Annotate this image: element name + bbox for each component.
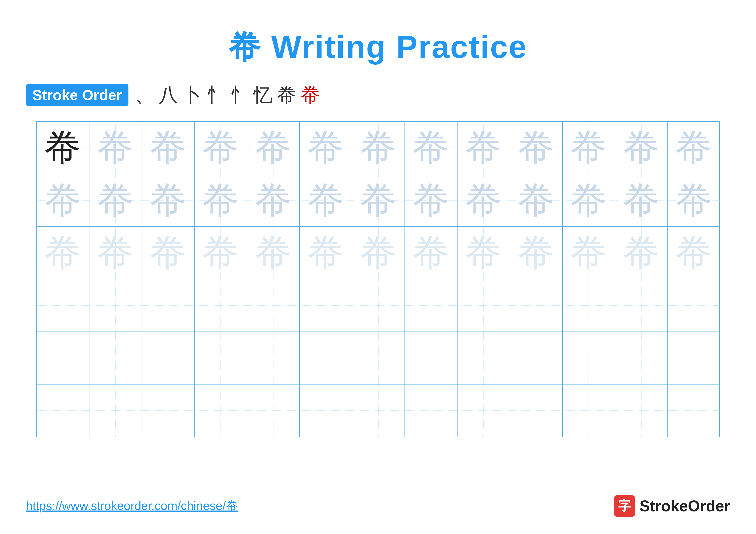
grid-cell-r2-c5[interactable]: 帣 [247,174,300,227]
grid-cell-r3-c5[interactable]: 帣 [247,227,300,279]
char-lighter: 帣 [518,235,554,271]
grid-cell-r3-c2[interactable]: 帣 [89,227,142,279]
grid-cell-r4-c5[interactable] [247,279,300,332]
grid-cell-r5-c12[interactable] [615,332,668,384]
grid-cell-r1-c13[interactable]: 帣 [668,121,720,174]
char-light1: 帣 [413,129,449,166]
char-light1: 帣 [676,129,712,166]
grid-cell-r1-c3[interactable]: 帣 [142,121,194,174]
grid-cell-r6-c3[interactable] [142,384,194,437]
char-light1: 帣 [202,129,239,166]
grid-cell-r4-c11[interactable] [562,279,615,332]
grid-cell-r1-c12[interactable]: 帣 [615,121,668,174]
grid-cell-r1-c9[interactable]: 帣 [457,121,510,174]
grid-cell-r3-c6[interactable]: 帣 [300,227,352,279]
grid-cell-r3-c3[interactable]: 帣 [142,227,194,279]
grid-cell-r1-c7[interactable]: 帣 [352,121,405,174]
grid-cell-r5-c6[interactable] [300,332,352,384]
grid-cell-r6-c2[interactable] [89,384,142,437]
grid-cell-r6-c13[interactable] [668,384,720,437]
grid-cell-r1-c4[interactable]: 帣 [194,121,247,174]
grid-cell-r2-c11[interactable]: 帣 [562,174,615,227]
grid-cell-r3-c8[interactable]: 帣 [405,227,457,279]
grid-cell-r2-c8[interactable]: 帣 [405,174,457,227]
grid-cell-r4-c6[interactable] [300,279,352,332]
grid-cell-r4-c9[interactable] [457,279,510,332]
grid-cell-r3-c11[interactable]: 帣 [562,227,615,279]
grid-cell-r4-c4[interactable] [194,279,247,332]
char-light1: 帣 [570,182,607,219]
grid-cell-r2-c7[interactable]: 帣 [352,174,405,227]
char-lighter: 帣 [308,235,344,271]
grid-cell-r3-c7[interactable]: 帣 [352,227,405,279]
grid-cell-r1-c10[interactable]: 帣 [510,121,562,174]
grid-cell-r4-c12[interactable] [615,279,668,332]
char-light1: 帣 [623,129,660,166]
grid-cell-r5-c5[interactable] [247,332,300,384]
grid-cell-r2-c2[interactable]: 帣 [89,174,142,227]
strokeorder-logo-icon: 字 [614,495,635,517]
grid-cell-r4-c2[interactable] [89,279,142,332]
grid-cell-r6-c11[interactable] [562,384,615,437]
grid-cell-r1-c11[interactable]: 帣 [562,121,615,174]
grid-cell-r2-c3[interactable]: 帣 [142,174,194,227]
grid-cell-r1-c1[interactable]: 帣 [37,121,89,174]
grid-cell-r5-c2[interactable] [89,332,142,384]
grid-cell-r1-c2[interactable]: 帣 [89,121,142,174]
grid-cell-r3-c9[interactable]: 帣 [457,227,510,279]
grid-cell-r6-c12[interactable] [615,384,668,437]
grid-cell-r4-c8[interactable] [405,279,457,332]
grid-cell-r5-c10[interactable] [510,332,562,384]
grid-cell-r5-c3[interactable] [142,332,194,384]
grid-cell-r2-c12[interactable]: 帣 [615,174,668,227]
grid-cell-r5-c13[interactable] [668,332,720,384]
grid-cell-r5-c7[interactable] [352,332,405,384]
grid-cell-r5-c8[interactable] [405,332,457,384]
char-light1: 帣 [570,129,607,166]
grid-cell-r6-c4[interactable] [194,384,247,437]
stroke-5: 忄 [230,82,249,108]
grid-cell-r4-c1[interactable] [37,279,89,332]
grid-cell-r5-c11[interactable] [562,332,615,384]
grid-cell-r1-c8[interactable]: 帣 [405,121,457,174]
grid-cell-r6-c7[interactable] [352,384,405,437]
grid-cell-r2-c9[interactable]: 帣 [457,174,510,227]
char-light1: 帣 [360,182,397,219]
grid-cell-r6-c1[interactable] [37,384,89,437]
grid-cell-r2-c6[interactable]: 帣 [300,174,352,227]
grid-cell-r4-c3[interactable] [142,279,194,332]
grid-cell-r5-c9[interactable] [457,332,510,384]
grid-cell-r2-c10[interactable]: 帣 [510,174,562,227]
char-lighter: 帣 [255,235,292,271]
stroke-3: 卜 [182,82,202,108]
grid-cell-r3-c1[interactable]: 帣 [37,227,89,279]
grid-cell-r3-c12[interactable]: 帣 [615,227,668,279]
grid-cell-r3-c4[interactable]: 帣 [194,227,247,279]
grid-cell-r6-c9[interactable] [457,384,510,437]
char-light1: 帣 [465,129,502,166]
grid-cell-r4-c10[interactable] [510,279,562,332]
grid-cell-r4-c7[interactable] [352,279,405,332]
grid-cell-r1-c5[interactable]: 帣 [247,121,300,174]
footer-url[interactable]: https://www.strokeorder.com/chinese/帣 [26,498,238,514]
grid-cell-r5-c1[interactable] [37,332,89,384]
char-light1: 帣 [360,129,397,166]
grid-cell-r2-c4[interactable]: 帣 [194,174,247,227]
grid-cell-r6-c5[interactable] [247,384,300,437]
char-light1: 帣 [676,182,712,219]
char-light1: 帣 [202,182,239,219]
grid-cell-r4-c13[interactable] [668,279,720,332]
footer-logo-text: StrokeOrder [640,497,730,515]
grid-cell-r6-c8[interactable] [405,384,457,437]
grid-cell-r2-c13[interactable]: 帣 [668,174,720,227]
grid-cell-r6-c10[interactable] [510,384,562,437]
stroke-1: 、 [135,82,154,108]
grid-cell-r2-c1[interactable]: 帣 [37,174,89,227]
grid-cell-r5-c4[interactable] [194,332,247,384]
grid-cell-r6-c6[interactable] [300,384,352,437]
grid-cell-r3-c10[interactable]: 帣 [510,227,562,279]
grid-cell-r3-c13[interactable]: 帣 [668,227,720,279]
page: 帣 Writing Practice Stroke Order 、 八 卜 忄 … [0,0,756,534]
char-lighter: 帣 [97,235,134,271]
grid-cell-r1-c6[interactable]: 帣 [300,121,352,174]
